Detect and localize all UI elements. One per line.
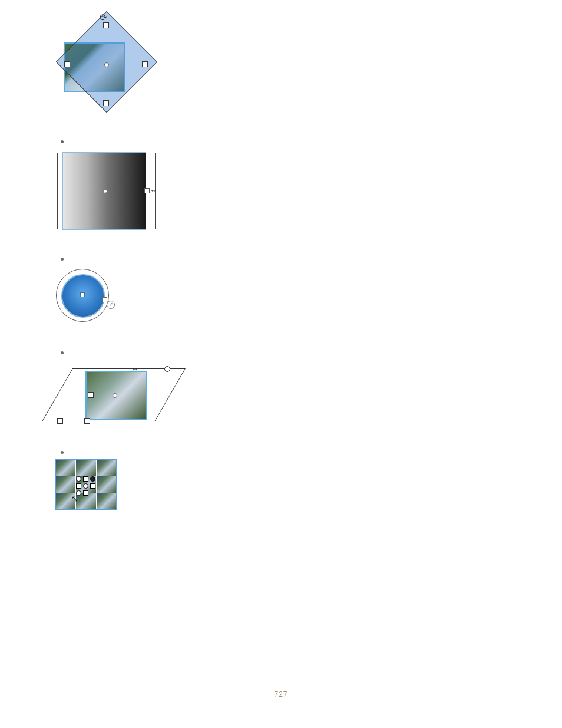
figure-radial-scale: ⤢ — [56, 266, 127, 331]
move-cursor-icon: ⤡ — [71, 494, 78, 503]
selection-handle — [76, 476, 81, 482]
center-handle — [104, 62, 109, 67]
figure-tile-pattern: ⤡ — [56, 460, 121, 513]
selection-handle — [103, 100, 109, 106]
bullet-dot-icon — [61, 451, 64, 454]
bullet-item — [61, 447, 515, 454]
selection-handle — [83, 476, 88, 482]
tile-cell — [97, 460, 116, 476]
selection-handle — [83, 490, 88, 496]
center-handle — [80, 292, 85, 297]
selection-handle — [57, 418, 63, 424]
gradient-guide-line — [57, 153, 58, 229]
selection-handle — [88, 392, 94, 398]
bullet-item — [61, 348, 515, 354]
tile-cell — [56, 476, 75, 492]
control-point-cluster — [76, 476, 96, 496]
tile-cell — [97, 493, 116, 509]
center-handle — [113, 393, 117, 398]
selection-handle — [83, 483, 88, 489]
selection-handle — [90, 483, 95, 489]
selection-handle — [76, 483, 81, 489]
document-page: ⟳ ↔ ⤢ — [0, 0, 562, 728]
figure-rotate-crop: ⟳ — [56, 20, 174, 120]
selection-handle — [84, 418, 90, 424]
selection-handle — [142, 61, 148, 67]
skew-cursor-icon: ↔ — [131, 364, 139, 374]
tile-cell — [76, 460, 95, 476]
resize-cursor-icon: ↔ — [150, 186, 156, 195]
figure-skew-transform: ↔ — [56, 360, 191, 431]
bullet-item — [61, 137, 515, 143]
edge-handle — [102, 297, 107, 302]
selection-handle — [103, 22, 109, 28]
page-content: ⟳ ↔ ⤢ — [56, 20, 515, 513]
rotate-cursor-icon: ⟳ — [100, 12, 107, 23]
bullet-dot-icon — [61, 258, 64, 261]
bullet-dot-icon — [61, 351, 64, 354]
figure-linear-gradient: ↔ — [56, 149, 174, 238]
scale-cursor-icon: ⤢ — [107, 301, 115, 309]
tile-cell — [97, 476, 116, 492]
center-handle — [103, 189, 107, 193]
bullet-item — [61, 254, 515, 261]
page-number: 727 — [0, 690, 562, 699]
edge-handle — [144, 188, 150, 193]
selection-handle — [164, 366, 170, 372]
footer-divider — [41, 670, 524, 670]
tile-cell — [56, 460, 75, 476]
selection-handle — [90, 476, 95, 482]
bullet-dot-icon — [61, 140, 64, 143]
selection-handle — [64, 61, 70, 67]
